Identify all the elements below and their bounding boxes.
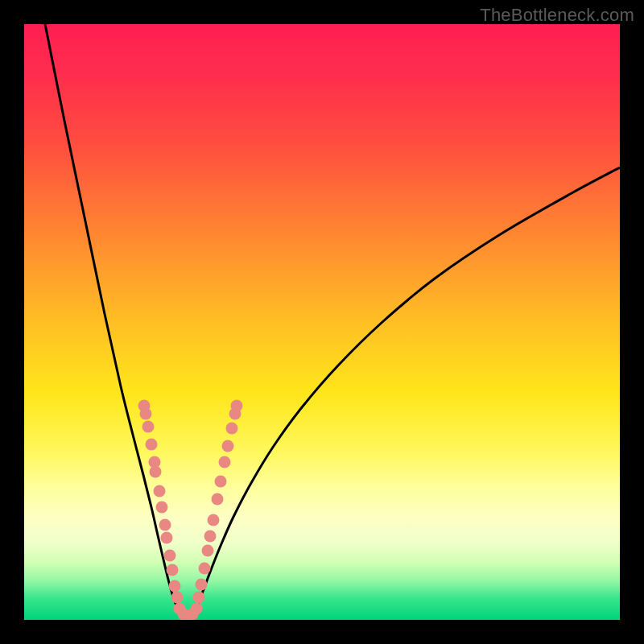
plot-area [24,24,620,620]
svg-rect-0 [24,24,620,620]
chart-container: TheBottleneck.com [0,0,644,644]
watermark-text: TheBottleneck.com [480,5,634,26]
gradient-background [24,24,620,620]
